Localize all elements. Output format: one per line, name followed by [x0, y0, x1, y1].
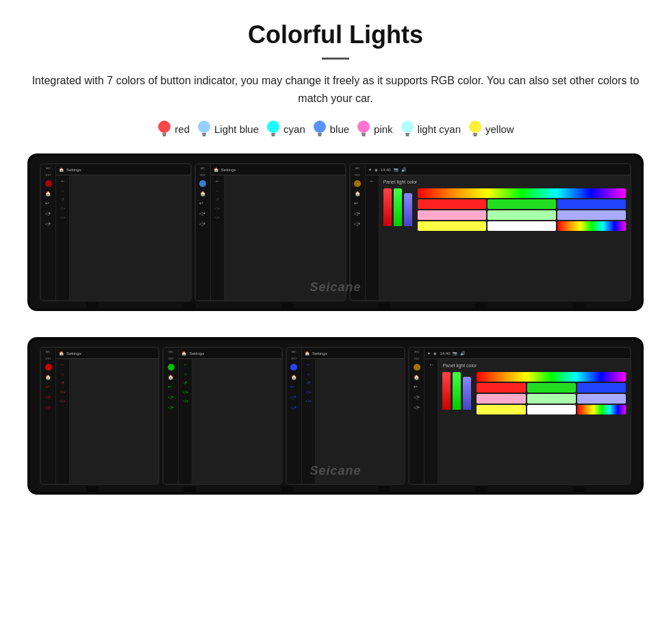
power-btn-yellow-2[interactable]: [414, 364, 420, 371]
mic-label-2: MIC: [201, 166, 205, 170]
back-icon-5: ↩: [168, 384, 175, 391]
svg-rect-10: [318, 133, 322, 135]
vol-up-icon-5: ◁+: [168, 405, 175, 412]
svg-point-6: [267, 121, 279, 133]
swatch-blue: [557, 199, 626, 209]
swatch-pink: [418, 210, 486, 220]
svg-rect-2: [163, 135, 166, 136]
svg-rect-20: [474, 135, 477, 136]
mic-label-5: MIC: [168, 350, 173, 354]
title-divider: [322, 58, 349, 60]
screens-section-bottom: MIC RST 🏠 ↩ ◁+ ◁+ 🏠 Settings: [27, 337, 644, 501]
color-label-4: pink: [374, 123, 393, 135]
vol-down-icon-6: ◁+: [290, 395, 297, 401]
undo-nav-6: ↺: [307, 380, 310, 385]
swatch-green-b: [527, 383, 576, 393]
home-icon: 🏠: [45, 190, 52, 197]
swatch-white-b: [527, 405, 576, 414]
bracket-3: [281, 303, 293, 308]
bracket-2: [183, 303, 196, 308]
settings-topbar-2: Settings: [221, 168, 236, 172]
wifi-icon-2: ◈: [433, 351, 437, 356]
audio-nav-1: ◁+: [60, 206, 66, 210]
power-btn-red-2[interactable]: [45, 364, 52, 371]
screens-row-top: MIC RST 🏠 ↩ ◁+ ◁+ 🏠 Settings: [27, 153, 644, 318]
home-icon-7: 🏠: [414, 374, 420, 381]
vol-up-icon: ◁+: [45, 221, 52, 228]
svg-point-3: [198, 121, 210, 133]
svg-rect-16: [405, 133, 409, 135]
svg-point-15: [401, 121, 414, 133]
svg-rect-5: [202, 135, 205, 136]
swatch-rainbow2-b: [577, 405, 626, 414]
time-display-bottom: 14:40: [440, 351, 450, 356]
mic-label-4: MIC: [46, 350, 51, 354]
vol-down-icon-3: ◁+: [354, 211, 361, 218]
color-item-red: red: [157, 119, 190, 138]
power-btn-green[interactable]: [168, 364, 175, 371]
audio2-nav-2: ◁+: [214, 214, 220, 219]
vol-up-icon-7: ◁+: [414, 405, 420, 412]
swatch-yellow: [418, 221, 486, 231]
mic-label: MIC: [46, 166, 51, 170]
bracket-1: [86, 303, 99, 308]
color-label-5: light cyan: [418, 123, 461, 135]
back-icon-4: ↩: [45, 384, 52, 391]
bracket-b3: [281, 486, 293, 492]
undo-nav-4: ↺: [61, 380, 64, 385]
power-btn-yellow[interactable]: [354, 180, 361, 187]
rst-label-5: RST: [168, 357, 174, 360]
bulb-icon-3: [312, 119, 327, 138]
settings-topbar-5: Settings: [189, 351, 204, 356]
page-description: Integrated with 7 colors of button indic…: [27, 72, 644, 107]
rst-label-6: RST: [291, 357, 296, 360]
back-icon-7: ↩: [414, 384, 420, 391]
bulb-icon-4: [356, 119, 371, 138]
undo-nav-2: ↺: [216, 197, 219, 201]
bulb-icon-1: [197, 119, 212, 138]
back-nav-4: ←: [60, 362, 66, 368]
svg-point-9: [314, 121, 326, 133]
camera-icon: 📷: [394, 167, 398, 172]
back-icon-3: ↩: [354, 201, 361, 208]
back-nav-2: ←: [214, 178, 220, 184]
audio-nav-4: ◁+: [60, 389, 66, 394]
audio2-nav-6: ◁+: [305, 398, 312, 403]
color-label-2: cyan: [283, 123, 305, 135]
svg-rect-19: [473, 133, 477, 135]
audio-nav-2: ◁+: [214, 206, 220, 210]
back-nav-7: ←: [429, 362, 434, 368]
home-icon-4: 🏠: [45, 374, 52, 381]
back-icon: ↩: [45, 201, 52, 208]
color-indicators-row: redLight bluecyanbluepinklight cyanyello…: [27, 119, 644, 138]
swatch-blue-b: [577, 383, 626, 393]
svg-rect-7: [271, 133, 275, 135]
home-nav-4: ⌂: [62, 372, 64, 376]
camera-icon-2: 📷: [453, 351, 457, 356]
swatch-yellow-b: [477, 405, 525, 414]
panel-light-title-2: Panel light color: [442, 363, 626, 368]
home-nav-5: ⌂: [184, 372, 187, 376]
svg-point-12: [357, 121, 370, 133]
audio-nav-6: ◁+: [305, 389, 312, 394]
time-display-top: 14:40: [381, 168, 391, 172]
power-btn-blue[interactable]: [199, 180, 206, 187]
settings-topbar-1: Settings: [66, 168, 81, 172]
power-btn-red[interactable]: [45, 180, 52, 187]
mic-label-3: MIC: [355, 166, 359, 170]
back-nav-1: ←: [60, 178, 66, 184]
color-label-1: Light blue: [214, 123, 259, 135]
power-btn-blue-2[interactable]: [290, 364, 297, 371]
color-bar-blue-b: [463, 377, 471, 410]
rst-label-4: RST: [46, 357, 51, 360]
swatch-lightblue-b: [577, 394, 626, 404]
svg-rect-14: [362, 135, 366, 136]
sound-icon-2: 🔊: [460, 351, 465, 356]
settings-topbar-6: Settings: [312, 351, 327, 356]
home-topbar-5: 🏠: [181, 351, 186, 356]
color-label-3: blue: [330, 123, 349, 135]
color-item-yellow: yellow: [468, 119, 514, 138]
home-nav-2: ⌂: [216, 188, 219, 193]
rst-label-3: RST: [355, 173, 360, 177]
bulb-icon-5: [400, 119, 415, 138]
